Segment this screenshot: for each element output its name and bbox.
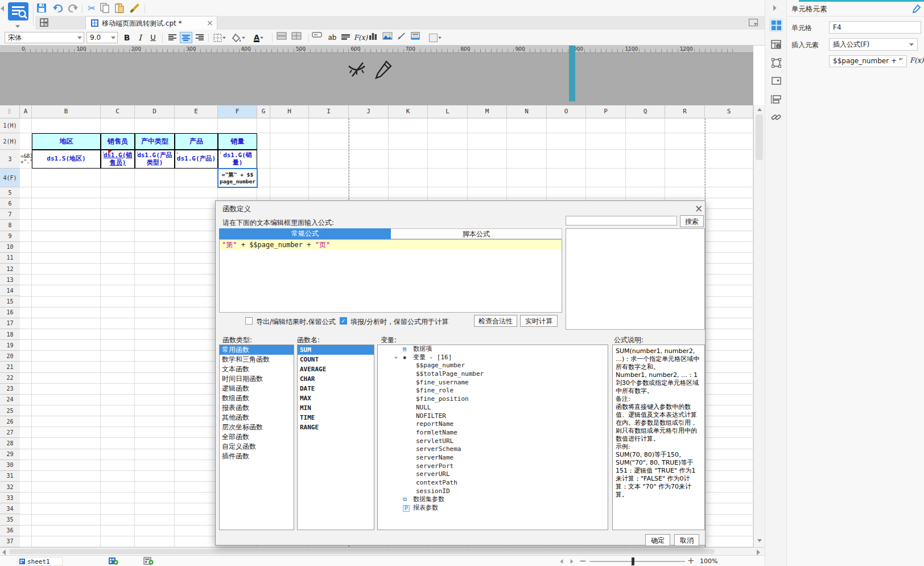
table-header-cell-F2[interactable]: 销量 <box>218 133 257 150</box>
tree-item[interactable]: $fine_position <box>378 395 608 404</box>
function-name-list[interactable]: SUMCOUNTAVERAGECHARDATEMAXMINTIMERANGE <box>297 344 374 530</box>
function-name-item[interactable]: MAX <box>298 393 374 403</box>
widget-icon[interactable] <box>312 32 325 43</box>
selected-cell-F4[interactable]: ="第" + $$ page_number <box>217 168 258 188</box>
variables-tree[interactable]: ▤数据项✱变量 - [16]$$page_number$$totalPage_n… <box>377 344 608 530</box>
row-header-21[interactable]: 21 <box>0 362 20 372</box>
tree-item[interactable]: NOFILTER <box>378 412 608 421</box>
merge-cells-icon[interactable] <box>277 32 290 43</box>
tree-item[interactable]: serverPort <box>378 462 608 471</box>
fill-color-button[interactable] <box>230 32 248 43</box>
paste-icon[interactable] <box>115 3 127 14</box>
function-type-item[interactable]: 层次坐标函数 <box>220 423 294 432</box>
tree-item[interactable]: serverSchema <box>378 445 608 454</box>
row-header-5[interactable]: 5 <box>0 187 20 198</box>
column-header-C[interactable]: C <box>101 105 135 118</box>
tree-item[interactable]: $$totalPage_number <box>378 370 608 379</box>
row-header-26[interactable]: 26 <box>0 416 20 427</box>
hyperlink-panel-icon[interactable] <box>769 110 783 124</box>
dialog-close-icon[interactable]: × <box>695 203 703 214</box>
column-header-M[interactable]: M <box>468 105 507 118</box>
row-header-29[interactable]: 29 <box>0 449 20 460</box>
row-header-36[interactable]: 36 <box>0 526 20 536</box>
tree-item[interactable]: serverName <box>378 454 608 462</box>
tree-item[interactable]: contextPath <box>378 479 608 487</box>
row-header-17[interactable]: 17 <box>0 318 20 329</box>
column-header-O[interactable]: O <box>547 105 586 118</box>
row-header-27[interactable]: 27 <box>0 427 20 438</box>
function-type-item[interactable]: 逻辑函数 <box>220 384 294 393</box>
row-header-24[interactable]: 24 <box>0 395 20 405</box>
sheet-tab[interactable]: sheet1 <box>17 557 63 566</box>
table-data-cell-B3[interactable]: ds1.S(地区) <box>32 150 101 169</box>
tree-item[interactable]: serverURL <box>378 470 608 479</box>
table-header-cell-D2[interactable]: 产中类型 <box>135 133 175 150</box>
row-header-22[interactable]: 22 <box>0 373 20 384</box>
tab-script-formula[interactable]: 脚本公式 <box>391 228 562 239</box>
row-header-32[interactable]: 32 <box>0 482 20 493</box>
tree-item[interactable]: NULL <box>378 404 608 412</box>
function-type-item[interactable]: 文本函数 <box>220 364 294 374</box>
row-header-4(F)[interactable]: 4(F) <box>0 169 20 187</box>
row-header-28[interactable]: 28 <box>0 438 20 449</box>
function-type-item[interactable]: 其他函数 <box>220 413 294 423</box>
function-name-item[interactable]: COUNT <box>298 355 374 364</box>
zoom-slider-track[interactable] <box>589 561 685 562</box>
tab-normal-formula[interactable]: 常规公式 <box>219 228 391 239</box>
rich-text-icon[interactable] <box>339 32 352 43</box>
column-header-A[interactable]: A <box>20 105 32 118</box>
column-header-N[interactable]: N <box>507 105 547 118</box>
align-right-button[interactable] <box>193 32 206 43</box>
font-size-select[interactable]: 9.0 <box>86 32 118 43</box>
row-header-8[interactable]: 8 <box>0 220 20 231</box>
widget-settings-panel-icon[interactable] <box>769 74 783 88</box>
formula-editor-button[interactable]: F(x) <box>910 56 923 64</box>
zoom-in-icon[interactable]: + <box>687 556 695 566</box>
row-header-1(H)[interactable]: 1(H) <box>0 118 20 133</box>
function-name-item[interactable]: AVERAGE <box>298 364 374 374</box>
row-header-10[interactable]: 10 <box>0 242 20 253</box>
row-header-37[interactable]: 37 <box>0 536 20 547</box>
undo-icon[interactable] <box>52 3 65 14</box>
column-header-G[interactable]: G <box>257 105 270 118</box>
function-type-item[interactable]: 全部函数 <box>220 432 294 442</box>
function-name-item[interactable]: DATE <box>298 384 374 393</box>
document-tab[interactable]: 移动端页面跳转测试.cpt * × <box>85 16 217 30</box>
edit-pencil-icon[interactable] <box>374 60 393 79</box>
zoom-out-icon[interactable]: − <box>579 556 587 566</box>
cancel-button[interactable]: 取消 <box>674 534 699 546</box>
cell-A3[interactable]: =&B3 +"." <box>20 150 32 169</box>
tree-item[interactable]: ⧉数据集参数 <box>378 495 608 504</box>
row-header-14[interactable]: 14 <box>0 285 20 296</box>
float-element-panel-icon[interactable] <box>769 56 783 69</box>
italic-button[interactable]: I <box>135 32 145 43</box>
column-header-P[interactable]: P <box>586 105 626 118</box>
tree-item[interactable]: $fine_username <box>378 379 608 387</box>
function-name-item[interactable]: SUM <box>298 345 374 355</box>
function-type-item[interactable]: 数学和三角函数 <box>220 355 294 364</box>
row-header-9[interactable]: 9 <box>0 231 20 242</box>
tree-item[interactable]: reportName <box>378 420 608 429</box>
redo-icon[interactable] <box>67 3 80 14</box>
cut-icon[interactable]: ✂ <box>85 3 98 14</box>
column-header-R[interactable]: R <box>665 105 705 118</box>
function-type-list[interactable]: 常用函数数学和三角函数文本函数时间日期函数逻辑函数数组函数报表函数其他函数层次坐… <box>219 344 294 530</box>
bold-button[interactable]: B <box>121 32 133 43</box>
column-header-B[interactable]: B <box>32 105 101 118</box>
insert-chart-icon[interactable] <box>369 32 381 43</box>
unmerge-cells-icon[interactable] <box>291 32 305 43</box>
row-header-19[interactable]: 19 <box>0 340 20 351</box>
column-header-F[interactable]: F <box>218 105 257 118</box>
row-header-7[interactable]: 7 <box>0 209 20 220</box>
tree-item[interactable]: formletName <box>378 429 608 437</box>
function-type-item[interactable]: 时间日期函数 <box>220 374 294 384</box>
function-type-item[interactable]: 常用函数 <box>220 345 294 355</box>
borders-button[interactable] <box>212 32 228 43</box>
draw-line-icon[interactable] <box>397 32 410 43</box>
status-prev-icon[interactable] <box>560 559 563 564</box>
cell-reference-input[interactable] <box>829 21 921 34</box>
font-family-select[interactable]: 宋体 <box>5 32 84 43</box>
row-header-31[interactable]: 31 <box>0 471 20 482</box>
function-type-item[interactable]: 自定义函数 <box>220 442 294 452</box>
check-validity-button[interactable]: 检查合法性 <box>474 315 517 327</box>
